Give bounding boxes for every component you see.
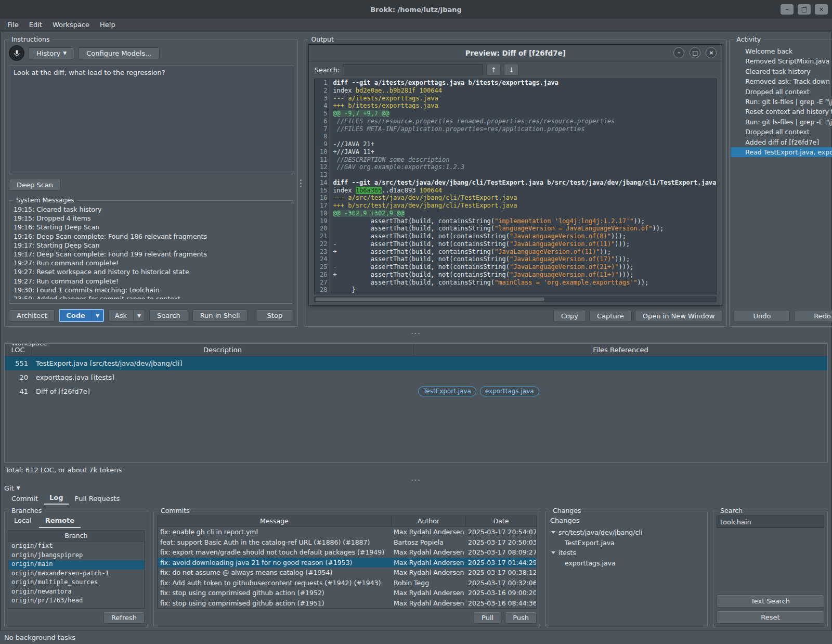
workspace-row[interactable]: 20exporttags.java [itests] <box>5 370 827 384</box>
configure-models-button[interactable]: Configure Models... <box>79 47 159 59</box>
capture-button[interactable]: Capture <box>589 310 632 322</box>
search-next-button[interactable]: ↓ <box>504 64 518 75</box>
commit-row[interactable]: fix: stop using comprimised github actio… <box>158 588 536 598</box>
refresh-button[interactable]: Refresh <box>103 612 145 624</box>
column-header-files-referenced[interactable]: Files Referenced <box>414 344 827 356</box>
branch-row[interactable]: origin/fixt <box>8 542 144 551</box>
menu-edit[interactable]: Edit <box>24 19 47 32</box>
activity-item[interactable]: Dropped all context <box>731 87 832 97</box>
commit-row[interactable]: fix: export maven/gradle should not touc… <box>158 547 536 558</box>
column-header-description[interactable]: Description <box>32 344 414 356</box>
redo-button[interactable]: Redo <box>794 310 832 322</box>
preview-window: Preview: Diff of [f26fd7e] – □ × Search:… <box>308 44 722 306</box>
search-previous-button[interactable]: ↑ <box>486 64 501 75</box>
git-tab-pull-requests[interactable]: Pull Requests <box>70 493 125 505</box>
open-in-new-window-button[interactable]: Open in New Window <box>635 310 723 322</box>
preview-minimize-icon[interactable]: – <box>673 47 684 58</box>
code-dropdown-arrow-icon[interactable]: ▼ <box>92 310 103 321</box>
line-number: 28 <box>315 286 330 294</box>
file-reference-badge[interactable]: TestExport.java <box>418 387 476 396</box>
diff-line: 8 <box>315 133 716 140</box>
ask-button[interactable]: Ask ▼ <box>108 310 145 321</box>
menu-file[interactable]: File <box>2 19 24 32</box>
window-close-icon[interactable]: × <box>815 4 828 15</box>
undo-button[interactable]: Undo <box>734 310 790 322</box>
git-search-reset-button[interactable]: Reset <box>717 611 824 624</box>
commits-table-header: Message Author Date <box>158 516 536 527</box>
diff-line: 26+ assertThat(build, not(containsString… <box>315 271 716 279</box>
commit-row[interactable]: fix: avoid downloading java 21 for no go… <box>158 558 536 568</box>
status-text: No background tasks <box>4 634 75 641</box>
menu-help[interactable]: Help <box>95 19 121 32</box>
copy-button[interactable]: Copy <box>553 310 586 322</box>
commit-row[interactable]: fix: do not assume @ always means catalo… <box>158 568 536 578</box>
branch-row[interactable]: origin/newantora <box>8 588 144 597</box>
history-button[interactable]: History ▼ <box>29 47 74 59</box>
git-tab-commit[interactable]: Commit <box>6 493 43 505</box>
activity-item[interactable]: Run: git ls-files | grep -E "\jav... <box>731 117 832 127</box>
instructions-panel: Instructions History ▼ Configure Models.… <box>4 40 298 327</box>
activity-item[interactable]: Removed ask: Track down the ... <box>731 76 832 86</box>
file-reference-badge[interactable]: exporttags.java <box>480 387 539 396</box>
commit-row[interactable]: feat: support Basic Auth in the catalog-… <box>158 537 536 548</box>
diff-viewer[interactable]: 1diff --git a/itests/exporttags.java b/i… <box>314 79 717 294</box>
branch-tab-local[interactable]: Local <box>8 516 38 528</box>
code-button[interactable]: Code ▼ <box>59 309 104 322</box>
branch-row[interactable]: origin/main <box>8 560 144 570</box>
changes-tree-leaf[interactable]: exporttags.java <box>549 558 704 569</box>
workspace-row[interactable]: 551TestExport.java [src/test/java/dev/jb… <box>5 356 827 370</box>
run-in-shell-button[interactable]: Run in Shell <box>192 310 248 321</box>
commit-row[interactable]: fix: enable gh cli in report.ymlMax Ryda… <box>158 527 536 537</box>
diff-horizontal-scrollbar[interactable] <box>314 297 717 302</box>
preview-close-icon[interactable]: × <box>706 47 717 58</box>
commit-row[interactable]: fix: Add auth token to githubusercontent… <box>158 578 536 588</box>
system-message: 19:17: Starting Deep Scan <box>14 241 289 250</box>
changes-tree-node[interactable]: itests <box>549 548 704 558</box>
action-search-button[interactable]: Search <box>149 310 188 321</box>
git-splitter-grip[interactable]: ··· <box>0 476 832 484</box>
column-header-date[interactable]: Date <box>466 516 536 526</box>
git-collapse-header[interactable]: Git ▼ <box>4 484 828 492</box>
workspace-row[interactable]: 41Diff of [f26fd7e]TestExport.javaexport… <box>5 384 827 398</box>
architect-button[interactable]: Architect <box>9 310 55 321</box>
diff-scrollbar-thumb[interactable] <box>316 298 544 301</box>
ask-dropdown-arrow-icon[interactable]: ▼ <box>133 310 145 321</box>
menu-workspace[interactable]: Workspace <box>47 19 95 32</box>
branch-row[interactable]: origin/maxandersen-patch-1 <box>8 570 144 579</box>
workspace-splitter-grip[interactable]: ··· <box>0 330 832 337</box>
branch-row[interactable]: origin/multiple_sources <box>8 578 144 588</box>
activity-item[interactable]: Added diff of [f26fd7e] <box>731 137 832 147</box>
activity-item[interactable]: Removed ScriptMixin.java <box>731 56 832 66</box>
diff-line: 9-//JAVA 21+ <box>315 140 716 148</box>
preview-maximize-icon[interactable]: □ <box>690 47 700 58</box>
changes-tree-leaf[interactable]: TestExport.java <box>549 538 704 548</box>
git-tab-log[interactable]: Log <box>44 492 69 505</box>
stop-button[interactable]: Stop <box>256 310 293 321</box>
deep-scan-button[interactable]: Deep Scan <box>9 179 61 191</box>
branch-column-header[interactable]: Branch <box>8 531 144 542</box>
branch-row[interactable]: origin/jbangspiprep <box>8 551 144 561</box>
activity-item[interactable]: Dropped all context <box>731 127 832 137</box>
window-minimize-icon[interactable]: – <box>781 4 794 15</box>
git-search-input[interactable] <box>717 516 824 528</box>
activity-item[interactable]: Cleared task history <box>731 67 832 76</box>
text-search-button[interactable]: Text Search <box>717 595 824 608</box>
activity-item[interactable]: Reset context and history to hi... <box>731 107 832 117</box>
commit-row[interactable]: fix: stop using comprimised github actio… <box>158 598 536 609</box>
push-button[interactable]: Push <box>505 612 537 624</box>
activity-item[interactable]: Run: git ls-files | grep -E "\jav... <box>731 97 832 107</box>
pull-button[interactable]: Pull <box>474 612 501 624</box>
diff-search-input[interactable] <box>343 64 483 75</box>
changes-tree-node[interactable]: src/test/java/dev/jbang/cli <box>549 527 704 538</box>
activity-item[interactable]: Welcome back <box>731 46 832 56</box>
branch-row[interactable]: origin/pr/1763/head <box>8 597 144 606</box>
microphone-button[interactable] <box>9 45 24 61</box>
diff-line: 11 //DESCRIPTION some description <box>315 156 716 164</box>
column-header-author[interactable]: Author <box>392 516 466 526</box>
instructions-input[interactable]: Look at the diff, what lead to the regre… <box>9 65 293 174</box>
activity-item[interactable]: Read TestExport.java, exportt... <box>731 147 832 157</box>
branch-tab-remote[interactable]: Remote <box>39 516 81 528</box>
window-maximize-icon[interactable]: □ <box>798 4 811 15</box>
vertical-splitter-grip[interactable] <box>300 40 302 327</box>
column-header-message[interactable]: Message <box>158 516 392 526</box>
